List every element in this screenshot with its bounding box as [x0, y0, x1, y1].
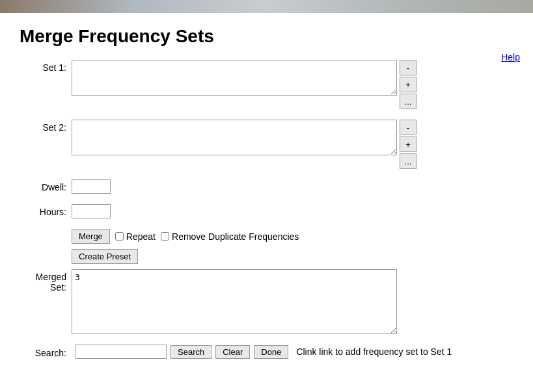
repeat-checkbox[interactable] [115, 232, 124, 241]
set1-minus-button[interactable]: - [400, 60, 417, 75]
hours-input[interactable] [72, 204, 111, 218]
merged-set-label: Merged Set: [20, 269, 72, 293]
merge-button[interactable]: Merge [72, 229, 110, 244]
dwell-row: Dwell: [20, 179, 513, 194]
set1-btn-group: - + ... [400, 60, 417, 109]
dwell-input[interactable] [72, 179, 111, 194]
clear-button[interactable]: Clear [215, 345, 250, 359]
search-row: Search: Search Clear Done Clink link to … [20, 345, 513, 359]
set1-textarea[interactable] [72, 60, 397, 96]
done-button[interactable]: Done [254, 345, 288, 359]
hours-row: Hours: [20, 204, 513, 218]
set2-textarea[interactable] [72, 120, 397, 155]
set1-row: Set 1: - + ... [20, 60, 513, 109]
help-link[interactable]: Help [501, 52, 520, 62]
search-button[interactable]: Search [171, 345, 212, 359]
set1-label: Set 1: [20, 60, 72, 73]
merged-set-row: Merged Set: [20, 269, 513, 334]
search-input[interactable] [75, 345, 167, 359]
set2-plus-button[interactable]: + [400, 137, 417, 152]
create-preset-action-row: Create Preset [72, 249, 513, 264]
repeat-label: Repeat [126, 231, 156, 242]
dwell-label: Dwell: [20, 179, 72, 192]
set2-btn-group: - + ... [400, 120, 417, 169]
header-image [0, 0, 533, 13]
set2-container: - + ... [72, 120, 417, 169]
set1-container: - + ... [72, 60, 417, 109]
page-title: Merge Frequency Sets [20, 26, 513, 47]
search-label: Search: [20, 345, 72, 358]
remove-duplicates-label: Remove Duplicate Frequencies [172, 231, 299, 242]
merged-set-textarea[interactable] [72, 269, 397, 334]
set2-minus-button[interactable]: - [400, 120, 417, 135]
set1-plus-button[interactable]: + [400, 77, 417, 92]
set2-label: Set 2: [20, 120, 72, 133]
search-hint: Clink link to add frequency set to Set 1 [296, 346, 452, 357]
merge-action-row: Merge Repeat Remove Duplicate Frequencie… [72, 229, 513, 244]
repeat-checkbox-label[interactable]: Repeat [115, 231, 156, 242]
hours-label: Hours: [20, 204, 72, 217]
remove-duplicates-checkbox-label[interactable]: Remove Duplicate Frequencies [161, 231, 299, 242]
set1-ellipsis-button[interactable]: ... [400, 94, 417, 109]
set2-row: Set 2: - + ... [20, 120, 513, 169]
create-preset-button[interactable]: Create Preset [72, 249, 138, 264]
set2-ellipsis-button[interactable]: ... [400, 153, 417, 169]
remove-duplicates-checkbox[interactable] [161, 232, 169, 241]
